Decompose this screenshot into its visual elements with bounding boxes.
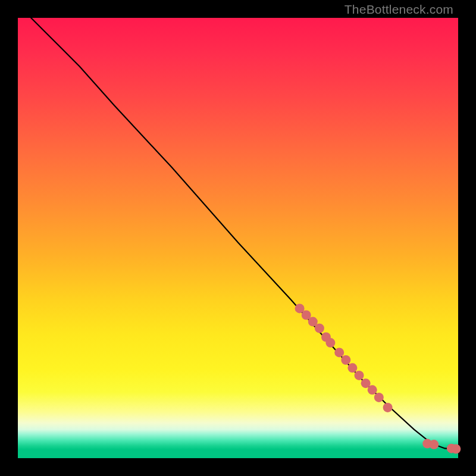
chart-overlay [18, 18, 458, 458]
data-marker [355, 371, 364, 380]
data-marker [374, 393, 384, 402]
data-marker [368, 385, 377, 394]
data-marker [383, 403, 393, 412]
data-marker [347, 363, 357, 372]
bottleneck-curve [31, 18, 456, 449]
attribution-label: TheBottleneck.com [345, 2, 453, 17]
data-marker [451, 444, 461, 454]
data-marker [341, 355, 350, 365]
data-marker [315, 324, 324, 333]
data-markers [295, 303, 461, 453]
chart-frame [18, 18, 458, 458]
data-marker [334, 347, 344, 357]
data-marker [429, 440, 439, 449]
data-marker [325, 338, 335, 347]
